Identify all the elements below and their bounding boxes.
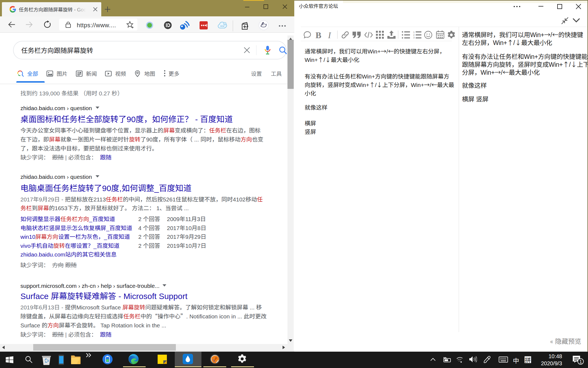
svg-text:2: 2	[224, 23, 226, 25]
svg-text:1: 1	[413, 31, 415, 34]
svg-text:2: 2	[413, 34, 415, 36]
svg-text:Aria: Aria	[220, 25, 224, 27]
svg-text:3: 3	[413, 36, 415, 39]
svg-text:1: 1	[579, 359, 582, 364]
